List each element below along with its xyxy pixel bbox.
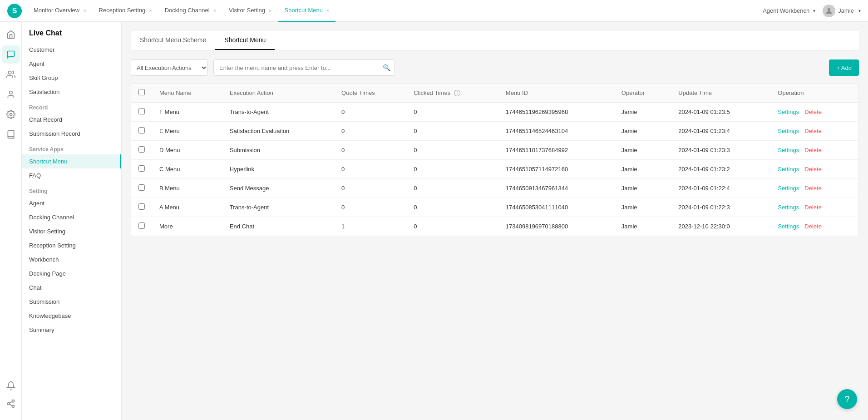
settings-link[interactable]: Settings <box>778 185 799 192</box>
cell-menu-id: 1744651146524463104 <box>498 122 614 141</box>
settings-link[interactable]: Settings <box>778 223 799 230</box>
sidebar-item-agent[interactable]: Agent <box>22 196 121 210</box>
topbar-tab-reception-setting[interactable]: Reception Setting× <box>93 0 158 22</box>
topbar-tab-visitor-setting[interactable]: Visitor Setting× <box>222 0 278 22</box>
add-button[interactable]: + Add <box>829 59 859 76</box>
home-icon-btn[interactable] <box>2 25 20 44</box>
chevron-down-icon: ▾ <box>858 8 861 13</box>
row-checkbox[interactable] <box>131 122 152 141</box>
help-button[interactable]: ? <box>837 389 857 409</box>
svg-point-6 <box>12 405 14 407</box>
sidebar-item-workbench[interactable]: Workbench <box>22 252 121 267</box>
cell-update-time: 2024-01-09 01:22:3 <box>671 198 770 217</box>
sidebar-item-faq[interactable]: FAQ <box>22 168 121 183</box>
close-tab-icon[interactable]: × <box>213 8 216 13</box>
row-checkbox[interactable] <box>131 179 152 198</box>
cell-update-time: 2024-01-09 01:23:4 <box>671 122 770 141</box>
users-icon-btn[interactable] <box>2 65 20 84</box>
sidebar-item-reception-setting[interactable]: Reception Setting <box>22 238 121 252</box>
table-row: D Menu Submission 0 0 174465110173768499… <box>131 141 858 160</box>
cell-clicked-times: 0 <box>406 198 498 217</box>
close-tab-icon[interactable]: × <box>83 8 86 13</box>
cell-execution-action: Satisfaction Evaluation <box>222 122 334 141</box>
book-icon-btn[interactable] <box>2 125 20 143</box>
bell-icon-btn[interactable] <box>2 376 20 395</box>
row-checkbox[interactable] <box>131 217 152 236</box>
logo: S <box>7 4 22 18</box>
sidebar-item-satisfaction[interactable]: Satisfaction <box>22 85 121 99</box>
cell-menu-id: 1744651101737684992 <box>498 141 614 160</box>
sidebar-item-agent[interactable]: Agent <box>22 57 121 71</box>
topbar-right: Agent Workbench ▾ Jamie ▾ <box>763 5 861 17</box>
sidebar-item-knowledgebase[interactable]: Knowledgebase <box>22 309 121 323</box>
header-menu-name: Menu Name <box>152 84 222 103</box>
sidebar-item-visitor-setting[interactable]: Visitor Setting <box>22 224 121 238</box>
topbar-tab-docking-channel[interactable]: Docking Channel× <box>158 0 222 22</box>
table-row: B Menu Send Message 0 0 1744650913467961… <box>131 179 858 198</box>
close-tab-icon[interactable]: × <box>149 8 152 13</box>
sidebar-group-service-apps: Service Apps <box>22 141 121 154</box>
header-checkbox[interactable] <box>131 84 152 103</box>
cell-operation: Settings Delete <box>770 122 858 141</box>
settings-link[interactable]: Settings <box>778 204 799 211</box>
svg-point-1 <box>8 71 11 74</box>
settings-link[interactable]: Settings <box>778 128 799 134</box>
agent-workbench-dropdown[interactable]: Agent Workbench ▾ <box>763 7 815 14</box>
search-input-wrap: 🔍 <box>213 59 395 76</box>
row-checkbox[interactable] <box>131 198 152 217</box>
sidebar-item-customer[interactable]: Customer <box>22 43 121 57</box>
contact-icon-btn[interactable] <box>2 85 20 104</box>
topbar-tab-monitor-overview[interactable]: Monitor Overview× <box>27 0 93 22</box>
execution-action-filter[interactable]: All Execution Actions Trans-to-Agent Sat… <box>131 59 208 76</box>
settings-link[interactable]: Settings <box>778 109 799 115</box>
search-input[interactable] <box>213 59 395 76</box>
sidebar-item-skill-group[interactable]: Skill Group <box>22 71 121 85</box>
topbar-tab-shortcut-menu[interactable]: Shortcut Menu× <box>278 0 336 22</box>
row-checkbox[interactable] <box>131 160 152 179</box>
close-tab-icon[interactable]: × <box>326 8 329 13</box>
row-checkbox[interactable] <box>131 141 152 160</box>
cell-menu-id: 1744650913467961344 <box>498 179 614 198</box>
chevron-down-icon: ▾ <box>813 8 815 13</box>
sub-tab-shortcut-menu-scheme[interactable]: Shortcut Menu Scheme <box>131 31 215 50</box>
delete-link[interactable]: Delete <box>804 166 822 173</box>
chat-icon-btn[interactable] <box>2 45 20 64</box>
sub-tab-shortcut-menu[interactable]: Shortcut Menu <box>215 31 275 50</box>
settings-link[interactable]: Settings <box>778 147 799 153</box>
svg-point-3 <box>10 114 12 116</box>
delete-link[interactable]: Delete <box>804 147 822 153</box>
settings-link[interactable]: Settings <box>778 166 799 173</box>
sidebar-item-chat-record[interactable]: Chat Record <box>22 113 121 127</box>
close-tab-icon[interactable]: × <box>269 8 271 13</box>
delete-link[interactable]: Delete <box>804 128 822 134</box>
cell-execution-action: Hyperlink <box>222 160 334 179</box>
cell-quote-times: 0 <box>334 122 406 141</box>
main-inner: Shortcut Menu SchemeShortcut Menu All Ex… <box>122 22 868 420</box>
delete-link[interactable]: Delete <box>804 109 822 115</box>
settings-icon-btn[interactable] <box>2 105 20 124</box>
svg-point-4 <box>12 400 14 402</box>
svg-point-0 <box>828 8 830 11</box>
sidebar-item-chat[interactable]: Chat <box>22 281 121 295</box>
user-profile-dropdown[interactable]: Jamie ▾ <box>823 5 861 17</box>
sidebar-item-shortcut-menu[interactable]: Shortcut Menu <box>22 154 121 168</box>
sidebar-item-submission-record[interactable]: Submission Record <box>22 127 121 141</box>
row-checkbox[interactable] <box>131 103 152 122</box>
share-icon-btn[interactable] <box>2 395 20 413</box>
user-name-label: Jamie <box>838 7 854 14</box>
delete-link[interactable]: Delete <box>804 223 822 230</box>
delete-link[interactable]: Delete <box>804 185 822 192</box>
cell-menu-name: B Menu <box>152 179 222 198</box>
delete-link[interactable]: Delete <box>804 204 822 211</box>
topbar: S Monitor Overview×Reception Setting×Doc… <box>0 0 868 22</box>
agent-workbench-label: Agent Workbench <box>763 7 809 14</box>
sidebar-item-summary[interactable]: Summary <box>22 323 121 337</box>
sidebar-item-docking-page[interactable]: Docking Page <box>22 267 121 281</box>
sidebar-item-docking-channel[interactable]: Docking Channel <box>22 210 121 224</box>
cell-quote-times: 0 <box>334 179 406 198</box>
cell-operation: Settings Delete <box>770 217 858 236</box>
cell-execution-action: Trans-to-Agent <box>222 198 334 217</box>
sidebar-item-submission[interactable]: Submission <box>22 295 121 309</box>
cell-clicked-times: 0 <box>406 141 498 160</box>
header-operation: Operation <box>770 84 858 103</box>
